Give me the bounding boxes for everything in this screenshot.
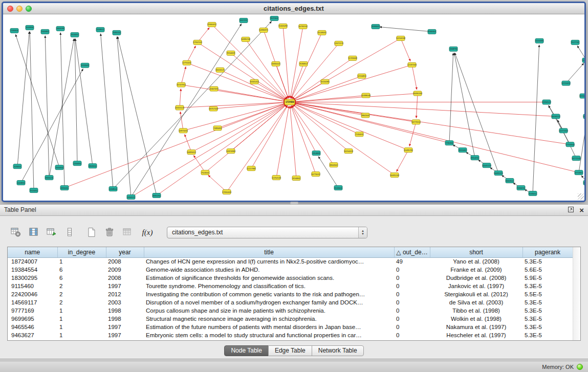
table-cell[interactable]: 1997 [106,323,144,331]
zoom-window-button[interactable] [26,6,32,12]
table-cell[interactable]: Embryonic stem cells: a model to study s… [144,331,394,339]
graph-edge[interactable] [566,63,584,83]
table-cell[interactable]: 0 [394,315,430,323]
graph-node[interactable]: 2260650 [73,161,82,166]
graph-node[interactable]: 7515051 [30,188,38,193]
table-cell[interactable]: Structural magnetic resonance image aver… [144,315,394,323]
table-cell[interactable]: 1998 [106,315,144,323]
table-row[interactable]: 969969511998Structural magnetic resonanc… [8,315,573,323]
table-cell[interactable]: 22420046 [8,290,57,298]
column-header-in_degree[interactable]: in_degree [57,247,106,257]
graph-edge[interactable] [117,37,131,197]
delete-column-icon[interactable] [103,226,116,239]
graph-node[interactable]: 9154842 [292,176,301,181]
graph-node[interactable]: 16491221 [494,171,504,176]
graph-node[interactable]: 20315123 [175,105,185,110]
graph-node[interactable]: 10154248 [396,36,406,40]
graph-node[interactable]: 16893412 [187,150,197,155]
table-cell[interactable]: 18300295 [8,274,57,282]
graph-edge[interactable] [15,34,59,167]
import-table-icon[interactable] [121,226,134,239]
table-cell[interactable]: 2008 [106,274,144,282]
graph-node[interactable]: 1003931 [17,181,26,185]
table-cell[interactable]: Jankovic et al. (1997) [430,282,522,290]
graph-edge[interactable] [30,32,34,190]
tab-network-table[interactable]: Network Table [312,345,364,356]
table-cell[interactable]: 0 [394,274,430,282]
graph-node[interactable]: 10755122 [583,114,584,119]
graph-edge[interactable] [533,45,539,193]
table-cell[interactable]: 5.3E-5 [522,315,573,323]
graph-edge[interactable] [294,103,570,145]
graph-node[interactable]: 12672170 [334,41,344,46]
graph-edge[interactable] [246,39,287,99]
graph-edge[interactable] [397,150,408,171]
table-cell[interactable]: 9115460 [8,282,57,290]
graph-edge[interactable] [412,65,417,90]
graph-node[interactable]: 1003930 [26,25,34,30]
window-titlebar[interactable]: citations_edges.txt [3,3,584,14]
graph-node[interactable]: 7485083 [213,126,222,130]
graph-edge[interactable] [449,53,453,143]
table-cell[interactable]: 2 [57,282,106,290]
graph-node[interactable]: 1657231 [239,18,248,23]
graph-node[interactable]: 12154811 [357,74,366,78]
graph-node[interactable]: 15958122 [542,100,552,104]
graph-node[interactable]: 1500310 [55,165,64,170]
function-builder-icon[interactable]: f(x) [139,226,156,239]
graph-edge[interactable] [187,46,195,63]
graph-node[interactable]: 5905195 [56,26,65,31]
table-cell[interactable]: Genome-wide association studies in ADHD. [144,266,394,274]
new-column-icon[interactable] [85,226,98,239]
graph-edge[interactable] [131,24,242,197]
table-cell[interactable]: 0 [394,266,430,274]
table-cell[interactable]: 9699695 [8,315,57,323]
graph-edge[interactable] [416,94,418,118]
graph-node[interactable]: 9245013 [583,181,584,185]
column-visibility-icon[interactable] [27,226,40,239]
table-cell[interactable]: 14569117 [8,298,57,307]
table-cell[interactable]: 5.9E-5 [522,274,573,282]
column-header-short[interactable]: short [430,247,522,257]
graph-node[interactable]: 16995748 [241,37,251,41]
graph-edge[interactable] [290,106,296,178]
graph-edge[interactable] [49,39,74,178]
graph-node[interactable]: 7791931 [445,141,454,145]
column-header-year[interactable]: year [106,247,144,257]
table-cell[interactable]: 0 [394,298,430,307]
table-cell[interactable]: Tourette syndrome. Phenomenology and cla… [144,282,394,290]
graph-edge[interactable] [454,53,475,158]
graph-node[interactable]: 2450122 [127,195,136,200]
graph-edge[interactable] [157,104,286,195]
table-row[interactable]: 1830029562008Estimation of significance … [8,274,573,282]
table-row[interactable]: 977716911998Corpus callosum shape and si… [8,307,573,315]
table-cell[interactable]: Disruption of a novel member of a sodium… [144,298,394,307]
graph-edge[interactable] [291,106,316,174]
graph-edge[interactable] [183,103,286,131]
table-cell[interactable]: Dudbridge et al. (2008) [430,274,522,282]
table-cell[interactable]: 0 [394,323,430,331]
graph-edge[interactable] [180,112,183,130]
table-cell[interactable]: Estimation of the future numbers of pati… [144,323,394,331]
graph-node[interactable]: 12751411 [182,60,191,65]
graph-edge[interactable] [231,53,287,100]
graph-edge[interactable] [217,103,286,128]
graph-edge[interactable] [187,63,286,101]
column-header-out_de[interactable]: △ out_de… [394,247,430,257]
table-row[interactable]: 946362711997Embryonic stem cells: a mode… [8,331,573,339]
table-cell[interactable]: Wolkin et al. (1998) [430,315,522,323]
graph-node[interactable]: 172409 [285,99,295,105]
table-cell[interactable]: 2008 [106,257,144,266]
graph-node[interactable]: 15747912 [177,82,186,87]
tab-node-table[interactable]: Node Table [224,345,269,356]
table-cell[interactable]: 9463627 [8,331,57,339]
graph-node[interactable]: 16016127 [215,68,225,72]
table-cell[interactable]: 5.3E-5 [522,298,573,307]
graph-edge[interactable] [292,105,334,165]
table-cell[interactable]: Hescheler et al. (1997) [430,331,522,339]
table-edit-icon[interactable] [45,226,58,239]
graph-edge[interactable] [294,96,366,102]
graph-edge[interactable] [294,103,579,172]
column-header-name[interactable]: name [8,247,57,257]
graph-edge[interactable] [75,39,77,163]
